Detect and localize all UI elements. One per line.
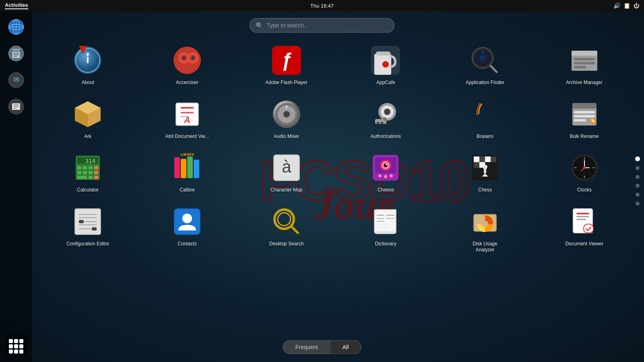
svg-rect-9 bbox=[13, 55, 19, 56]
search-input[interactable] bbox=[267, 22, 388, 29]
app-item-bulkrename[interactable]: ✎ Bulk Rename bbox=[537, 94, 632, 144]
tab-all[interactable]: All bbox=[330, 340, 361, 354]
app-icon-contacts: @ bbox=[171, 206, 203, 238]
svg-text:Calibre: Calibre bbox=[180, 153, 194, 156]
app-item-contacts[interactable]: @ Contacts bbox=[140, 202, 235, 257]
svg-rect-17 bbox=[13, 108, 17, 109]
app-icon-archive bbox=[568, 44, 601, 76]
app-label-bulkrename: Bulk Rename bbox=[570, 134, 599, 140]
app-item-about[interactable]: i About bbox=[40, 40, 136, 90]
app-item-atril[interactable]: A Atril Document Vie... bbox=[140, 94, 235, 144]
svg-point-105 bbox=[384, 163, 388, 167]
app-label-diskusage: Disk Usage Analyzer bbox=[463, 241, 507, 253]
svg-rect-15 bbox=[13, 105, 19, 105]
svg-point-106 bbox=[386, 164, 387, 165]
indicator-4[interactable] bbox=[636, 184, 640, 188]
sidebar-item-files[interactable] bbox=[4, 42, 28, 65]
app-item-docviewer[interactable]: Document Viewer bbox=[537, 202, 632, 257]
app-item-appcafe[interactable]: AppCafe bbox=[338, 40, 433, 90]
grid-dots-icon bbox=[9, 339, 23, 354]
app-icon-about: i bbox=[72, 44, 104, 76]
app-icon-docviewer bbox=[568, 206, 601, 238]
app-item-brasero[interactable]: Brasero bbox=[438, 94, 533, 144]
app-icon-brasero bbox=[469, 98, 501, 130]
svg-rect-84 bbox=[89, 166, 93, 169]
notifications-icon[interactable]: 📋 bbox=[623, 2, 630, 9]
clock-display: Thu 16:47 bbox=[310, 3, 334, 9]
svg-rect-112 bbox=[479, 156, 485, 162]
svg-rect-115 bbox=[474, 162, 479, 168]
app-item-dictionary[interactable]: Dictionary bbox=[338, 202, 433, 257]
svg-rect-134 bbox=[79, 220, 84, 223]
svg-text:à: à bbox=[282, 157, 291, 176]
indicator-5[interactable] bbox=[636, 193, 640, 197]
app-item-calibre[interactable]: Calibre Calibre bbox=[140, 148, 235, 197]
app-label-audiomixer: Audio Mixer bbox=[274, 134, 299, 140]
tab-frequent[interactable]: Frequent bbox=[283, 340, 330, 354]
app-icon-accerciser bbox=[171, 44, 203, 76]
topbar: Activities Thu 16:47 🔊 📋 ⏻ bbox=[0, 0, 644, 11]
indicator-1[interactable] bbox=[635, 156, 640, 161]
power-icon[interactable]: ⏻ bbox=[634, 2, 639, 9]
app-item-flash[interactable]: ƒ Adobe Flash Player bbox=[239, 40, 334, 90]
app-item-archive[interactable]: Archive Manager bbox=[537, 40, 632, 90]
app-icon-audiomixer bbox=[270, 98, 303, 130]
app-icon-ark bbox=[72, 98, 104, 130]
app-item-charmap[interactable]: à Character Map bbox=[239, 148, 334, 197]
svg-rect-47 bbox=[574, 66, 586, 68]
app-item-configeditor[interactable]: Configuration Editor bbox=[40, 202, 136, 257]
indicator-6[interactable] bbox=[636, 202, 640, 206]
svg-rect-74 bbox=[574, 111, 595, 113]
app-item-clocks[interactable]: Clocks bbox=[537, 148, 632, 197]
app-item-accerciser[interactable]: Accerciser bbox=[140, 40, 235, 90]
search-icon: 🔍 bbox=[256, 22, 264, 29]
volume-icon[interactable]: 🔊 bbox=[613, 2, 620, 9]
app-icon-flash: ƒ bbox=[270, 44, 303, 76]
app-icon-diskusage bbox=[469, 206, 501, 238]
app-icon-charmap: à bbox=[270, 152, 303, 184]
svg-rect-66 bbox=[377, 122, 379, 124]
svg-point-41 bbox=[480, 56, 485, 60]
app-item-cheese[interactable]: Cheese bbox=[338, 148, 433, 197]
svg-point-29 bbox=[191, 56, 194, 60]
svg-point-63 bbox=[384, 109, 390, 115]
topbar-right-icons: 🔊 📋 ⏻ bbox=[613, 2, 639, 9]
app-label-desktopsearch: Desktop Search bbox=[269, 241, 303, 247]
indicator-2[interactable] bbox=[636, 166, 640, 170]
indicator-3[interactable] bbox=[636, 175, 640, 179]
app-icon-configeditor bbox=[72, 206, 104, 238]
activities-button[interactable]: Activities bbox=[5, 2, 28, 9]
sidebar-item-browser[interactable] bbox=[4, 15, 28, 39]
svg-rect-93 bbox=[174, 157, 180, 178]
app-label-docviewer: Document Viewer bbox=[565, 241, 603, 247]
app-grid-button[interactable] bbox=[4, 335, 28, 358]
app-icon-appfinder bbox=[469, 44, 501, 76]
app-label-flash: Adobe Flash Player bbox=[265, 80, 308, 86]
svg-text:ƒ: ƒ bbox=[281, 49, 292, 71]
app-item-ark[interactable]: Ark bbox=[40, 94, 136, 144]
messages-icon: ✉ bbox=[8, 72, 24, 88]
app-item-authorizations[interactable]: Authorizations bbox=[338, 94, 433, 144]
svg-text:A: A bbox=[184, 115, 190, 125]
svg-rect-67 bbox=[381, 122, 383, 124]
sidebar-item-messages[interactable]: ✉ bbox=[4, 68, 28, 92]
svg-rect-96 bbox=[194, 160, 199, 178]
sidebar: ✉ bbox=[0, 11, 32, 362]
app-label-accerciser: Accerciser bbox=[176, 80, 198, 86]
app-item-audiomixer[interactable]: Audio Mixer bbox=[239, 94, 334, 144]
app-item-calculator[interactable]: 314 Calculator bbox=[40, 148, 136, 197]
app-item-appfinder[interactable]: Application Finder bbox=[438, 40, 533, 90]
svg-rect-94 bbox=[181, 159, 186, 178]
notes-icon bbox=[8, 99, 24, 115]
svg-rect-90 bbox=[77, 176, 87, 179]
svg-rect-73 bbox=[572, 103, 597, 109]
app-item-desktopsearch[interactable]: Desktop Search bbox=[239, 202, 334, 257]
app-label-about: About bbox=[82, 80, 94, 86]
svg-rect-46 bbox=[574, 62, 595, 64]
app-icon-desktopsearch bbox=[270, 206, 303, 238]
app-item-diskusage[interactable]: Disk Usage Analyzer bbox=[438, 202, 533, 257]
sidebar-item-notes[interactable] bbox=[4, 95, 28, 118]
search-box[interactable]: 🔍 bbox=[250, 18, 394, 33]
svg-point-118 bbox=[483, 165, 487, 169]
app-item-chess[interactable]: Chess bbox=[438, 148, 533, 197]
